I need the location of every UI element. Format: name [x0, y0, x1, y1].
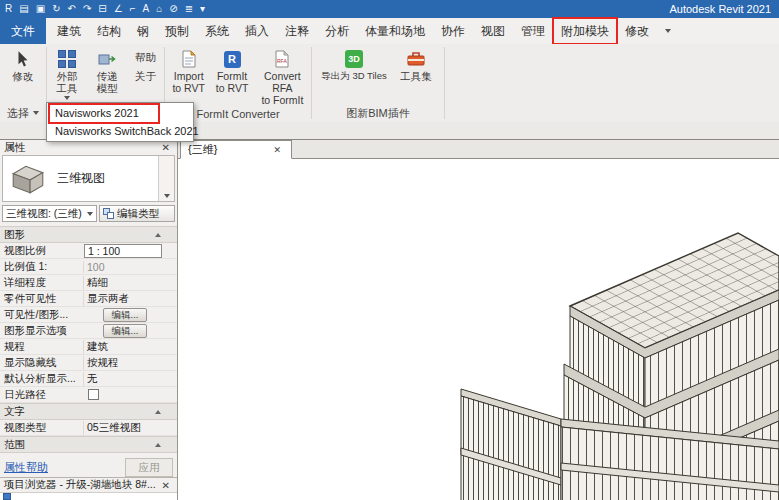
tab-precast[interactable]: 预制 [157, 18, 197, 44]
collapse-icon[interactable] [155, 410, 161, 414]
formit-to-rvt-button[interactable]: R FormIt to RVT [212, 46, 251, 95]
external-tools-icon [58, 48, 76, 70]
formit-icon: R [224, 48, 241, 70]
collapse-icon[interactable] [155, 233, 161, 237]
about-button[interactable]: 关于 [130, 69, 161, 85]
view-tab-close-icon[interactable]: ✕ [270, 145, 284, 155]
type-selector-preview[interactable]: 三维视图 [2, 155, 175, 202]
thin-lines-icon[interactable]: ≣ [185, 0, 193, 18]
property-label: 图形显示选项 [0, 324, 83, 338]
type-name: 三维视图 [57, 170, 105, 187]
model-viewport[interactable] [178, 158, 779, 500]
property-section-header[interactable]: 图形 [0, 226, 177, 243]
tab-massing-site[interactable]: 体量和场地 [357, 18, 433, 44]
export-3d-tiles-label: 导出为 3D Tiles [321, 71, 386, 82]
dimension-icon[interactable]: ⌐ [130, 0, 136, 18]
tab-file[interactable]: 文件 [0, 18, 46, 44]
collapse-icon[interactable] [155, 443, 161, 447]
properties-close-icon[interactable]: ✕ [159, 142, 173, 153]
edit-button[interactable]: 编辑... [103, 324, 147, 338]
edit-button[interactable]: 编辑... [103, 308, 147, 322]
property-value[interactable]: 精细 [83, 276, 166, 290]
tab-analyze[interactable]: 分析 [317, 18, 357, 44]
select-panel: 修改 选择 [0, 44, 46, 122]
view-tab-3d[interactable]: {三维} ✕ [180, 140, 292, 159]
property-section-header[interactable]: 范围 [0, 436, 177, 453]
transfer-model-label: 传递 [97, 71, 118, 83]
print-icon[interactable]: ⊟ [98, 0, 106, 18]
edit-type-label: 编辑类型 [117, 207, 159, 221]
project-browser-header[interactable]: 项目浏览器 - 升级-湖墙地块 8#... ✕ [0, 477, 177, 492]
properties-panel-header: 属性 ✕ [0, 140, 177, 154]
modify-button[interactable]: 修改 [13, 46, 34, 83]
external-tools-button[interactable]: 外部 工具 [50, 46, 84, 100]
default-3d-view-icon[interactable]: ⌂ [156, 0, 162, 18]
property-value[interactable]: 05三维视图 [83, 421, 166, 435]
convert-rfa-button[interactable]: RFA Convert RFA to FormIt [254, 46, 311, 106]
3d-tiles-icon: 3D [345, 48, 363, 70]
import-to-rvt-button[interactable]: Import to RVT [167, 46, 210, 95]
tab-collaborate[interactable]: 协作 [433, 18, 473, 44]
menu-item-navisworks-switchback-2021[interactable]: Navisworks SwitchBack 2021 [47, 122, 193, 140]
tab-structure[interactable]: 结构 [89, 18, 129, 44]
property-value[interactable]: 建筑 [83, 340, 166, 354]
ribbon-collapse-icon[interactable] [665, 18, 671, 44]
measure-icon[interactable]: ∠ [114, 0, 123, 18]
edit-type-button[interactable]: 编辑类型 [99, 205, 175, 222]
project-browser-title: 项目浏览器 - 升级-湖墙地块 8#... [4, 478, 156, 492]
import-to-rvt-label: Import [174, 71, 204, 83]
toolset-button[interactable]: 工具集 [396, 46, 436, 83]
user-menu-icon[interactable]: ▾ [200, 0, 205, 18]
quick-access-toolbar: R▤▣↻↶↷⊟∠⌐A⌂⊘≣▾ [5, 0, 205, 18]
property-label: 默认分析显示... [0, 372, 83, 386]
help-button[interactable]: 帮助 [130, 50, 161, 66]
tab-view[interactable]: 视图 [473, 18, 513, 44]
tab-steel[interactable]: 钢 [129, 18, 157, 44]
property-section-header[interactable]: 文字 [0, 403, 177, 420]
tab-addins[interactable]: 附加模块 [553, 18, 617, 44]
convert-rfa-label: Convert RFA [254, 71, 311, 95]
tab-annotate[interactable]: 注释 [277, 18, 317, 44]
tab-insert[interactable]: 插入 [237, 18, 277, 44]
export-3d-tiles-button[interactable]: 3D 导出为 3D Tiles [320, 46, 388, 82]
view-selector-combo[interactable]: 三维视图: (三维) [2, 205, 97, 222]
import-document-icon [181, 48, 197, 70]
properties-help-link[interactable]: 属性帮助 [4, 460, 48, 475]
3d-building-model [178, 158, 779, 500]
save-icon[interactable]: ▣ [36, 0, 45, 18]
view-tab-bar: {三维} ✕ [178, 140, 779, 159]
revit-menu-icon[interactable]: R [5, 0, 12, 18]
tab-systems[interactable]: 系统 [197, 18, 237, 44]
property-value[interactable]: 显示两者 [83, 292, 166, 306]
property-value[interactable]: 按规程 [83, 356, 166, 370]
tab-architecture[interactable]: 建筑 [49, 18, 89, 44]
section-icon[interactable]: ⊘ [169, 0, 177, 18]
redo-icon[interactable]: ↷ [83, 0, 91, 18]
property-value[interactable]: 1 : 100 [84, 244, 162, 258]
type-dropdown-icon[interactable] [158, 156, 174, 201]
property-row: 图形显示选项编辑... [0, 323, 177, 339]
tab-manage[interactable]: 管理 [513, 18, 553, 44]
menu-item-navisworks-2021[interactable]: Navisworks 2021 [47, 104, 193, 122]
property-value[interactable]: 100 [83, 261, 166, 273]
tree-node-icon [3, 493, 11, 500]
transfer-model-button[interactable]: 传递 模型 [88, 46, 126, 95]
property-grid: 图形视图比例1 : 100比例值 1:100详细程度精细零件可见性显示两者可见性… [0, 226, 177, 453]
bim-panel-label[interactable]: 图新BIM插件 [312, 104, 444, 122]
apply-button[interactable]: 应用 [125, 458, 173, 477]
svg-text:RFA: RFA [277, 58, 287, 64]
app-title: Autodesk Revit 2021 [669, 3, 774, 15]
undo-icon[interactable]: ↶ [68, 0, 76, 18]
property-label: 日光路径 [0, 388, 83, 402]
project-browser-close-icon[interactable]: ✕ [159, 480, 173, 491]
property-value[interactable]: 无 [83, 372, 166, 386]
ribbon-tab-bar: 文件建筑结构钢预制系统插入注释分析体量和场地协作视图管理附加模块修改 [0, 18, 779, 45]
open-icon[interactable]: ▤ [19, 0, 28, 18]
text-icon[interactable]: A [143, 0, 150, 18]
sync-icon[interactable]: ↻ [52, 0, 60, 18]
tab-modify[interactable]: 修改 [617, 18, 657, 44]
drawing-area[interactable]: {三维} ✕ [178, 139, 779, 500]
select-panel-label[interactable]: 选择 [0, 104, 46, 122]
property-label: 可见性/图形... [0, 308, 83, 322]
sun-path-checkbox[interactable] [88, 389, 99, 400]
